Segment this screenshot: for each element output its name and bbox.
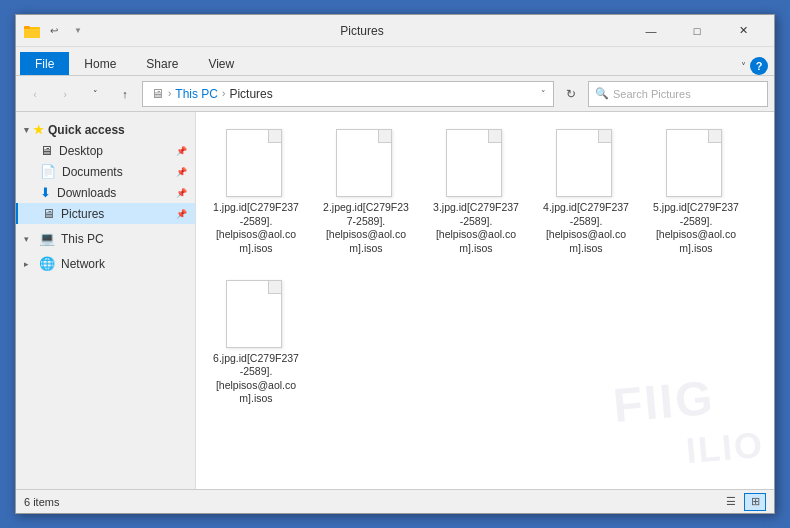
file-view: FIIG ILIO 1.jpg.id[C279F237-2589].[helpi…	[196, 112, 774, 489]
file-item-4[interactable]: 4.jpg.id[C279F237-2589].[helpisos@aol.co…	[536, 122, 636, 263]
network-label: Network	[61, 257, 105, 271]
main-area: ▾ ★ Quick access 🖥 Desktop 📌 📄 Documents…	[16, 112, 774, 489]
file-icon-3	[446, 129, 506, 201]
network-section: ▸ 🌐 Network	[16, 253, 195, 274]
desktop-icon: 🖥	[40, 143, 53, 158]
help-icon[interactable]: ?	[750, 57, 768, 75]
breadcrumb-thispc[interactable]: This PC	[175, 87, 218, 101]
file-name-6: 6.jpg.id[C279F237-2589].[helpisos@aol.co…	[213, 352, 299, 407]
status-bar: 6 items ☰ ⊞	[16, 489, 774, 513]
sidebar-item-documents[interactable]: 📄 Documents 📌	[16, 161, 195, 182]
file-name-3: 3.jpg.id[C279F237-2589].[helpisos@aol.co…	[433, 201, 519, 256]
desktop-label: Desktop	[59, 144, 103, 158]
close-button[interactable]: ✕	[720, 15, 766, 47]
file-name-2: 2.jpeg.id[C279F237-2589].[helpisos@aol.c…	[323, 201, 409, 256]
qat-undo[interactable]: ↩	[44, 21, 64, 41]
file-icon-2	[336, 129, 396, 201]
dropdown-button[interactable]: ˅	[82, 81, 108, 107]
tab-file[interactable]: File	[20, 52, 69, 75]
svg-rect-2	[24, 26, 30, 29]
forward-button[interactable]: ›	[52, 81, 78, 107]
maximize-button[interactable]: □	[674, 15, 720, 47]
tab-home[interactable]: Home	[69, 52, 131, 75]
downloads-icon: ⬇	[40, 185, 51, 200]
pin-icon-4: 📌	[176, 209, 187, 219]
window-controls: — □ ✕	[628, 15, 766, 47]
file-icon-5	[666, 129, 726, 201]
ribbon-tabs: File Home Share View ˅ ?	[16, 47, 774, 75]
qat-properties[interactable]: ▼	[68, 21, 88, 41]
network-icon: 🌐	[39, 256, 55, 271]
downloads-label: Downloads	[57, 186, 116, 200]
refresh-button[interactable]: ↻	[558, 81, 584, 107]
sidebar-item-downloads[interactable]: ⬇ Downloads 📌	[16, 182, 195, 203]
file-page-5	[666, 129, 722, 197]
sidebar-item-network[interactable]: ▸ 🌐 Network	[16, 253, 195, 274]
pc-icon: 🖥	[151, 86, 164, 101]
file-item-6[interactable]: 6.jpg.id[C279F237-2589].[helpisos@aol.co…	[206, 273, 306, 414]
quick-access-label: Quick access	[48, 123, 125, 137]
tab-share[interactable]: Share	[131, 52, 193, 75]
file-page-6	[226, 280, 282, 348]
search-box[interactable]: 🔍 Search Pictures	[588, 81, 768, 107]
computer-icon: 💻	[39, 231, 55, 246]
expand-thispc: ▾	[24, 234, 29, 244]
file-page-4	[556, 129, 612, 197]
ribbon-collapse[interactable]: ˅ ?	[735, 57, 774, 75]
file-page-3	[446, 129, 502, 197]
expand-network: ▸	[24, 259, 29, 269]
svg-rect-1	[24, 29, 40, 38]
back-button[interactable]: ‹	[22, 81, 48, 107]
documents-icon: 📄	[40, 164, 56, 179]
file-icon-6	[226, 280, 286, 352]
file-icon-4	[556, 129, 616, 201]
quick-access-section: ▾ ★ Quick access 🖥 Desktop 📌 📄 Documents…	[16, 120, 195, 224]
view-buttons: ☰ ⊞	[720, 493, 766, 511]
thispc-label: This PC	[61, 232, 104, 246]
file-name-4: 4.jpg.id[C279F237-2589].[helpisos@aol.co…	[543, 201, 629, 256]
view-large-button[interactable]: ⊞	[744, 493, 766, 511]
file-name-1: 1.jpg.id[C279F237-2589].[helpisos@aol.co…	[213, 201, 299, 256]
file-item-3[interactable]: 3.jpg.id[C279F237-2589].[helpisos@aol.co…	[426, 122, 526, 263]
documents-label: Documents	[62, 165, 123, 179]
sidebar-item-pictures[interactable]: 🖥 Pictures 📌	[16, 203, 195, 224]
search-placeholder: Search Pictures	[613, 88, 691, 100]
file-page-1	[226, 129, 282, 197]
search-icon: 🔍	[595, 87, 609, 100]
status-count: 6 items	[24, 496, 59, 508]
title-bar-icons: ↩ ▼	[24, 21, 88, 41]
title-bar: ↩ ▼ Pictures — □ ✕	[16, 15, 774, 47]
sidebar: ▾ ★ Quick access 🖥 Desktop 📌 📄 Documents…	[16, 112, 196, 489]
sidebar-quick-access[interactable]: ▾ ★ Quick access	[16, 120, 195, 140]
pictures-icon: 🖥	[42, 206, 55, 221]
file-page-2	[336, 129, 392, 197]
up-button[interactable]: ↑	[112, 81, 138, 107]
folder-icon-small	[24, 23, 40, 39]
file-item-5[interactable]: 5.jpg.id[C279F237-2589].[helpisos@aol.co…	[646, 122, 746, 263]
address-bar: ‹ › ˅ ↑ 🖥 › This PC › Pictures ˅ ↻ 🔍 Sea…	[16, 76, 774, 112]
ribbon: File Home Share View ˅ ?	[16, 47, 774, 76]
file-item-2[interactable]: 2.jpeg.id[C279F237-2589].[helpisos@aol.c…	[316, 122, 416, 263]
breadcrumb: 🖥 › This PC › Pictures	[151, 86, 273, 101]
explorer-window: ↩ ▼ Pictures — □ ✕ File Home Share View …	[15, 14, 775, 514]
thispc-section: ▾ 💻 This PC	[16, 228, 195, 249]
address-dropdown-arrow[interactable]: ˅	[534, 81, 554, 107]
window-title: Pictures	[96, 24, 628, 38]
breadcrumb-pictures: Pictures	[229, 87, 272, 101]
star-icon: ★	[33, 123, 44, 137]
sidebar-item-thispc[interactable]: ▾ 💻 This PC	[16, 228, 195, 249]
expand-icon: ▾	[24, 125, 29, 135]
file-name-5: 5.jpg.id[C279F237-2589].[helpisos@aol.co…	[653, 201, 739, 256]
sidebar-item-desktop[interactable]: 🖥 Desktop 📌	[16, 140, 195, 161]
pictures-label: Pictures	[61, 207, 104, 221]
file-item-1[interactable]: 1.jpg.id[C279F237-2589].[helpisos@aol.co…	[206, 122, 306, 263]
file-grid: 1.jpg.id[C279F237-2589].[helpisos@aol.co…	[206, 122, 764, 479]
pin-icon: 📌	[176, 146, 187, 156]
view-list-button[interactable]: ☰	[720, 493, 742, 511]
chevron-down-icon: ˅	[741, 61, 746, 72]
address-path[interactable]: 🖥 › This PC › Pictures	[142, 81, 534, 107]
tab-view[interactable]: View	[193, 52, 249, 75]
minimize-button[interactable]: —	[628, 15, 674, 47]
pin-icon-3: 📌	[176, 188, 187, 198]
file-icon-1	[226, 129, 286, 201]
